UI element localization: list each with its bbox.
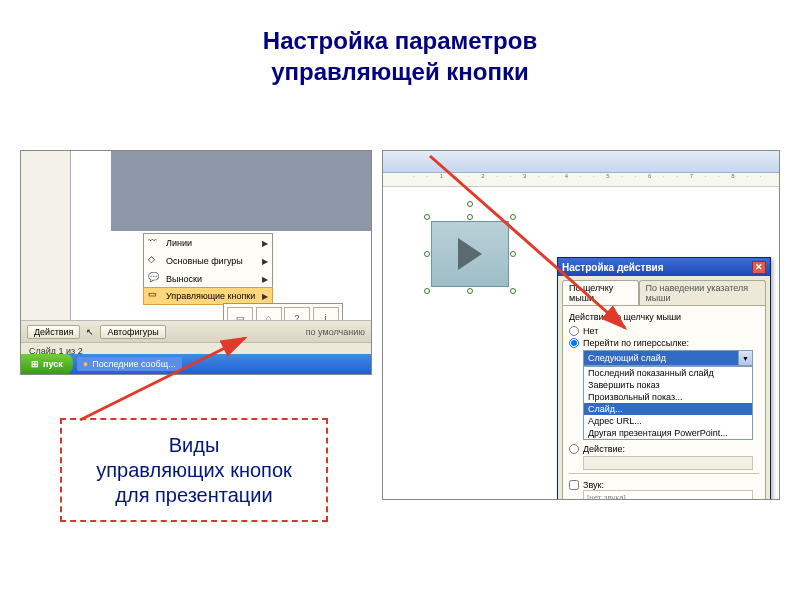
- slide-canvas-area: [71, 151, 372, 231]
- lines-icon: 〰: [148, 236, 162, 250]
- menu-item-basic-shapes[interactable]: ◇ Основные фигуры ▶: [144, 252, 272, 270]
- start-label: пуск: [43, 359, 63, 369]
- dd-item[interactable]: Другая презентация PowerPoint...: [584, 427, 752, 439]
- radio-action[interactable]: [569, 444, 579, 454]
- option-label: Действие:: [583, 444, 625, 454]
- option-action[interactable]: Действие:: [569, 444, 759, 454]
- option-label: Перейти по гиперссылке:: [583, 338, 689, 348]
- radio-none[interactable]: [569, 326, 579, 336]
- dd-item[interactable]: Завершить показ: [584, 379, 752, 391]
- callouts-icon: 💬: [148, 272, 162, 286]
- actions-menu-button[interactable]: Действия: [27, 325, 80, 339]
- annotation-callout: Виды управляющих кнопок для презентации: [60, 418, 328, 522]
- screenshot-autoshapes-menu: 〰 Линии ▶ ◇ Основные фигуры ▶ 💬 Выноски …: [20, 150, 372, 375]
- sound-dropdown-disabled: [нет звука]: [583, 490, 753, 500]
- taskbar-item[interactable]: ● Последние сообщ...: [77, 357, 182, 371]
- hyperlink-dropdown-list[interactable]: Последний показанный слайд Завершить пок…: [583, 366, 753, 440]
- menu-item-label: Основные фигуры: [166, 256, 243, 266]
- pointer-icon[interactable]: ↖: [86, 327, 94, 337]
- autoshapes-submenu[interactable]: 〰 Линии ▶ ◇ Основные фигуры ▶ 💬 Выноски …: [143, 233, 273, 305]
- dd-item[interactable]: Слайд...: [584, 403, 752, 415]
- sound-checkbox[interactable]: [569, 480, 579, 490]
- menu-item-callouts[interactable]: 💬 Выноски ▶: [144, 270, 272, 288]
- group-label: Действие по щелчку мыши: [569, 312, 759, 322]
- sound-label: Звук:: [583, 480, 604, 490]
- action-button-icon: ▭: [148, 289, 162, 303]
- vertical-ruler: [21, 151, 71, 331]
- dropdown-selected: Следующий слайд: [584, 351, 752, 365]
- firefox-icon: ●: [83, 359, 88, 369]
- dd-item[interactable]: Произвольный показ...: [584, 391, 752, 403]
- chevron-down-icon[interactable]: ▼: [738, 351, 752, 365]
- hyperlink-dropdown[interactable]: Следующий слайд ▼: [583, 350, 753, 366]
- menu-item-label: Выноски: [166, 274, 202, 284]
- rotate-handle[interactable]: [467, 201, 473, 207]
- option-none[interactable]: Нет: [569, 326, 759, 336]
- callout-text: Виды управляющих кнопок для презентации: [96, 433, 292, 508]
- dialog-titlebar[interactable]: Настройка действия ✕: [558, 258, 770, 276]
- option-label: Нет: [583, 326, 598, 336]
- windows-taskbar: ⊞ пуск ● Последние сообщ...: [21, 354, 371, 374]
- chevron-right-icon: ▶: [262, 292, 268, 301]
- tab-mouse-click[interactable]: По щелчку мыши: [562, 280, 639, 305]
- title-line-2: управляющей кнопки: [271, 58, 528, 85]
- screenshot-action-settings-dialog: · · 1 · · 2 · · 3 · · 4 · · 5 · · 6 · · …: [382, 150, 780, 500]
- menu-item-label: Управляющие кнопки: [166, 291, 255, 301]
- chevron-right-icon: ▶: [262, 275, 268, 284]
- horizontal-ruler: · · 1 · · 2 · · 3 · · 4 · · 5 · · 6 · · …: [383, 173, 779, 187]
- menu-item-lines[interactable]: 〰 Линии ▶: [144, 234, 272, 252]
- dialog-body: Действие по щелчку мыши Нет Перейти по г…: [562, 305, 766, 500]
- draw-label: по умолчанию: [306, 327, 365, 337]
- dialog-title-text: Настройка действия: [562, 262, 664, 273]
- radio-hyperlink[interactable]: [569, 338, 579, 348]
- sound-checkbox-row[interactable]: Звук:: [569, 480, 759, 490]
- tab-mouse-over[interactable]: По наведении указателя мыши: [639, 280, 766, 305]
- dd-item[interactable]: Адрес URL...: [584, 415, 752, 427]
- drawing-toolbar: Действия ↖ Автофигуры по умолчанию: [21, 320, 371, 342]
- chevron-right-icon: ▶: [262, 257, 268, 266]
- action-field-disabled: [583, 456, 753, 470]
- chevron-right-icon: ▶: [262, 239, 268, 248]
- option-hyperlink[interactable]: Перейти по гиперссылке:: [569, 338, 759, 348]
- windows-logo-icon: ⊞: [31, 359, 39, 369]
- action-settings-dialog: Настройка действия ✕ По щелчку мыши По н…: [557, 257, 771, 500]
- powerpoint-toolbar: [383, 151, 779, 173]
- taskbar-item-label: Последние сообщ...: [92, 359, 175, 369]
- dialog-tabs: По щелчку мыши По наведении указателя мы…: [558, 276, 770, 305]
- slide-title: Настройка параметров управляющей кнопки: [0, 0, 800, 107]
- title-line-1: Настройка параметров: [263, 27, 537, 54]
- dd-item[interactable]: Последний показанный слайд: [584, 367, 752, 379]
- menu-item-label: Линии: [166, 238, 192, 248]
- shapes-icon: ◇: [148, 254, 162, 268]
- separator: [569, 473, 759, 474]
- close-icon[interactable]: ✕: [752, 261, 766, 274]
- selection-handles: [427, 217, 513, 291]
- start-button[interactable]: ⊞ пуск: [21, 354, 73, 374]
- autoshapes-menu-button[interactable]: Автофигуры: [100, 325, 165, 339]
